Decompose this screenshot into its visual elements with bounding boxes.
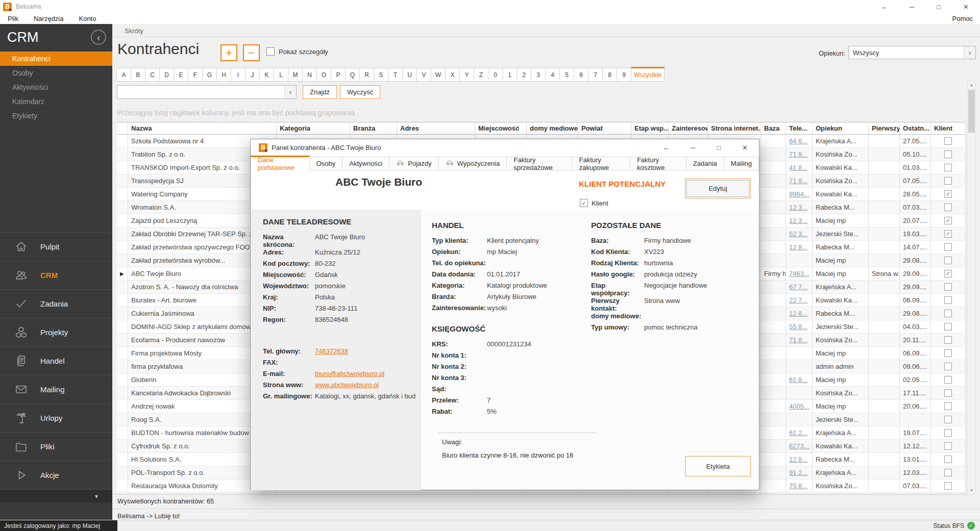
dialog-tab-4[interactable]: Wypożyczenia [438, 157, 507, 170]
alpha-tab-E[interactable]: E [174, 68, 188, 82]
module-item-urlopy[interactable]: Urlopy [0, 403, 112, 432]
alpha-tab-H[interactable]: H [216, 68, 231, 82]
client-row-checkbox[interactable] [944, 442, 952, 450]
alpha-tab-5[interactable]: 5 [559, 68, 574, 82]
alpha-tab-6[interactable]: 6 [574, 68, 589, 82]
client-row-checkbox[interactable] [944, 310, 952, 317]
module-item-zadania[interactable]: Zadania [0, 289, 112, 318]
sidebar-item-osoby[interactable]: Osoby [0, 66, 112, 80]
phone-link[interactable]: 22 7... [789, 296, 807, 304]
alpha-tab-D[interactable]: D [159, 68, 174, 82]
scrollbar-thumb[interactable] [968, 90, 975, 133]
dialog-tab-5[interactable]: Faktury sprzedażowe [506, 157, 572, 170]
phone-link[interactable]: 91 2... [789, 469, 807, 476]
phone-link[interactable]: 4005... [789, 402, 810, 410]
menu-narzedzia[interactable]: Narzędzia [26, 15, 71, 22]
dialog-tab-2[interactable]: Aktywności [342, 157, 389, 170]
find-button[interactable]: Znajdź [303, 85, 337, 99]
vertical-scrollbar[interactable]: ▲ ▼ [967, 80, 976, 495]
chevron-down-icon[interactable]: ∨ [284, 86, 296, 98]
client-row-checkbox[interactable] [944, 257, 952, 264]
scroll-down-icon[interactable]: ▼ [968, 486, 975, 494]
alpha-tab-C[interactable]: C [145, 68, 160, 82]
scroll-up-icon[interactable]: ▲ [968, 81, 975, 89]
dialog-tab-7[interactable]: Faktury kosztowe [630, 157, 687, 170]
alpha-tab-8[interactable]: 8 [602, 68, 617, 82]
phone-link[interactable]: 41 8... [789, 164, 807, 171]
dialog-maximize-button[interactable]: □ [717, 144, 721, 151]
alpha-tab-N[interactable]: N [302, 68, 317, 82]
module-item-pliki[interactable]: Pliki [0, 432, 112, 461]
alpha-tab-Z[interactable]: Z [474, 68, 488, 82]
phone-link[interactable]: 61 8... [789, 376, 807, 384]
field-link[interactable]: www.abctwojebiuro.pl [315, 381, 379, 389]
alpha-tab-2[interactable]: 2 [517, 68, 531, 82]
phone-link[interactable]: 71 8... [789, 336, 807, 344]
alpha-tab-J[interactable]: J [245, 68, 260, 82]
phone-link[interactable]: 75 8... [789, 482, 807, 490]
client-row-checkbox[interactable]: ✓ [944, 190, 952, 198]
client-row-checkbox[interactable]: ✓ [944, 230, 952, 238]
opiekun-select[interactable]: Wszyscy ∨ [848, 46, 976, 59]
alpha-tab-9[interactable]: 9 [617, 68, 631, 82]
alpha-tab-S[interactable]: S [374, 68, 388, 82]
phone-link[interactable]: 6273... [789, 442, 810, 450]
client-row-checkbox[interactable] [944, 164, 952, 171]
client-row-checkbox[interactable] [944, 349, 952, 357]
alpha-tab-I[interactable]: I [231, 68, 246, 82]
client-row-checkbox[interactable] [944, 283, 952, 291]
alpha-tab-3[interactable]: 3 [531, 68, 546, 82]
sidebar-item-aktywności[interactable]: Aktywności [0, 80, 112, 94]
alpha-tab-4[interactable]: 4 [545, 68, 560, 82]
module-item-projekty[interactable]: Projekty [0, 318, 112, 346]
close-button[interactable]: ✕ [963, 3, 969, 11]
menu-konto[interactable]: Konto [71, 15, 104, 22]
client-row-checkbox[interactable] [944, 243, 952, 251]
show-details-checkbox[interactable] [266, 47, 275, 56]
dialog-tab-9[interactable]: Mailing [724, 157, 759, 170]
client-row-checkbox[interactable] [944, 482, 952, 490]
alpha-tab-W[interactable]: W [431, 68, 446, 82]
dialog-tab-0[interactable]: Dane podstawowe [251, 156, 310, 170]
dialog-tab-3[interactable]: Pojazdy [389, 157, 438, 170]
sidebar-item-kontrahenci[interactable]: Kontrahenci [0, 52, 112, 66]
alpha-tab-U[interactable]: U [402, 68, 417, 82]
client-checkbox[interactable]: ✓ [580, 199, 588, 207]
client-row-checkbox[interactable] [944, 150, 952, 158]
dialog-tab-8[interactable]: Zadania [686, 157, 724, 170]
client-row-checkbox[interactable] [944, 336, 952, 344]
field-link[interactable]: biuro@abctwojebiuro.pl [315, 370, 384, 377]
phone-link[interactable]: 12 3... [789, 217, 807, 224]
phone-link[interactable]: 12 8... [789, 310, 807, 317]
maximize-button[interactable]: □ [937, 3, 941, 11]
phone-link[interactable]: 67 7... [789, 283, 807, 291]
alpha-tab-M[interactable]: M [288, 68, 303, 82]
module-item-pulpit[interactable]: Pulpit [0, 232, 112, 261]
dialog-tab-1[interactable]: Osoby [309, 157, 343, 170]
client-row-checkbox[interactable] [944, 429, 952, 437]
alpha-tab-P[interactable]: P [331, 68, 346, 82]
client-row-checkbox[interactable] [944, 204, 952, 211]
alpha-tab-B[interactable]: B [131, 68, 145, 82]
alpha-tab-7[interactable]: 7 [588, 68, 603, 82]
dialog-minimize-button[interactable]: ─ [691, 144, 695, 151]
client-row-checkbox[interactable] [944, 323, 952, 331]
sidebar-item-kalendarz[interactable]: Kalendarz [0, 94, 112, 109]
alpha-tab-O[interactable]: O [316, 68, 331, 82]
alpha-tab-F[interactable]: F [188, 68, 203, 82]
sidebar-item-etykiety[interactable]: Etykiety [0, 109, 112, 123]
client-row-checkbox[interactable]: ✓ [944, 270, 952, 277]
phone-link[interactable]: 7463... [789, 270, 810, 277]
minimize-button[interactable]: ─ [910, 3, 914, 11]
client-row-checkbox[interactable] [944, 137, 952, 145]
alpha-tab-0[interactable]: 0 [488, 68, 503, 82]
module-item-crm[interactable]: CRM [0, 261, 112, 289]
search-input[interactable] [117, 86, 284, 98]
field-link[interactable]: 746372638 [315, 347, 348, 355]
alpha-tab-X[interactable]: X [445, 68, 460, 82]
clear-button[interactable]: Wyczyść [340, 85, 380, 99]
etykieta-button[interactable]: Etykieta [685, 456, 751, 476]
phone-link[interactable]: 8964... [789, 190, 810, 198]
phone-link[interactable]: 55 8... [789, 323, 807, 331]
alpha-tab-R[interactable]: R [359, 68, 374, 82]
